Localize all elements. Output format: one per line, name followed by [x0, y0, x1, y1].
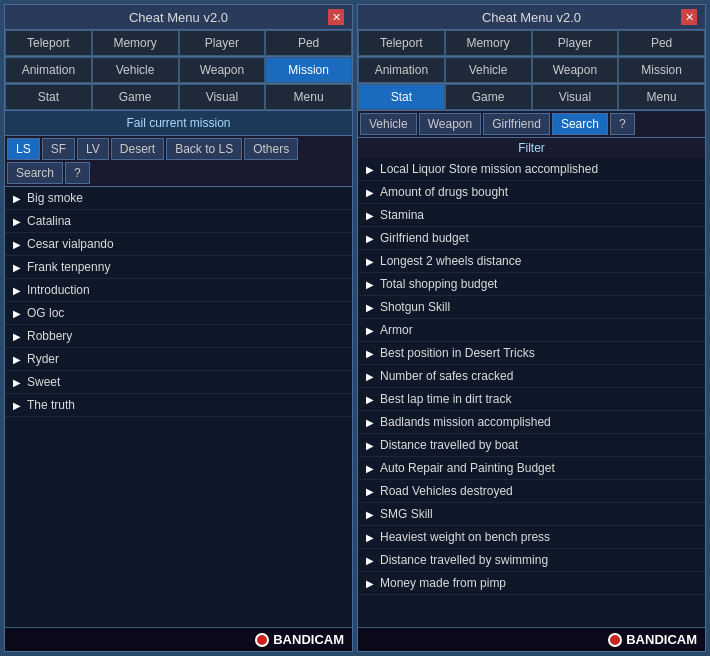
list-arrow-icon: ▶ [366, 394, 374, 405]
list-arrow-icon: ▶ [13, 377, 21, 388]
right-bandicam-label: BANDICAM [626, 632, 697, 647]
right-footer: BANDICAM [358, 627, 705, 651]
list-item[interactable]: ▶Big smoke [5, 187, 352, 210]
tab-back-to-ls[interactable]: Back to LS [166, 138, 242, 160]
list-arrow-icon: ▶ [366, 486, 374, 497]
list-item[interactable]: ▶Amount of drugs bought [358, 181, 705, 204]
list-arrow-icon: ▶ [366, 233, 374, 244]
nav-btn-game[interactable]: Game [92, 84, 179, 110]
tab-?[interactable]: ? [610, 113, 635, 135]
list-item[interactable]: ▶Distance travelled by boat [358, 434, 705, 457]
nav-btn-visual[interactable]: Visual [532, 84, 619, 110]
right-nav-bot: StatGameVisualMenu [358, 84, 705, 111]
list-item[interactable]: ▶Road Vehicles destroyed [358, 480, 705, 503]
right-bandicam: BANDICAM [608, 632, 697, 647]
left-panel: Cheat Menu v2.0 ✕ TeleportMemoryPlayerPe… [4, 4, 353, 652]
nav-btn-mission[interactable]: Mission [618, 57, 705, 83]
nav-btn-stat[interactable]: Stat [358, 84, 445, 110]
nav-btn-menu[interactable]: Menu [265, 84, 352, 110]
list-item[interactable]: ▶Armor [358, 319, 705, 342]
list-item[interactable]: ▶Introduction [5, 279, 352, 302]
list-item[interactable]: ▶Cesar vialpando [5, 233, 352, 256]
left-sub-bar: Fail current mission [5, 111, 352, 136]
list-arrow-icon: ▶ [366, 578, 374, 589]
right-tabs-row: VehicleWeaponGirlfriendSearch? [358, 111, 705, 138]
right-list[interactable]: ▶Local Liquor Store mission accomplished… [358, 158, 705, 627]
list-item[interactable]: ▶Catalina [5, 210, 352, 233]
tab-?[interactable]: ? [65, 162, 90, 184]
left-footer: BANDICAM [5, 627, 352, 651]
nav-btn-ped[interactable]: Ped [618, 30, 705, 56]
list-item[interactable]: ▶The truth [5, 394, 352, 417]
filter-label: Filter [358, 138, 705, 158]
left-bandicam: BANDICAM [255, 632, 344, 647]
tab-girlfriend[interactable]: Girlfriend [483, 113, 550, 135]
nav-btn-weapon[interactable]: Weapon [532, 57, 619, 83]
right-nav-mid: AnimationVehicleWeaponMission [358, 57, 705, 84]
nav-btn-vehicle[interactable]: Vehicle [445, 57, 532, 83]
nav-btn-teleport[interactable]: Teleport [358, 30, 445, 56]
nav-btn-memory[interactable]: Memory [445, 30, 532, 56]
right-close-button[interactable]: ✕ [681, 9, 697, 25]
list-item[interactable]: ▶SMG Skill [358, 503, 705, 526]
tab-weapon[interactable]: Weapon [419, 113, 481, 135]
tab-desert[interactable]: Desert [111, 138, 164, 160]
nav-btn-player[interactable]: Player [532, 30, 619, 56]
list-item[interactable]: ▶Heaviest weight on bench press [358, 526, 705, 549]
nav-btn-vehicle[interactable]: Vehicle [92, 57, 179, 83]
list-item[interactable]: ▶Distance travelled by swimming [358, 549, 705, 572]
tab-sf[interactable]: SF [42, 138, 75, 160]
list-item[interactable]: ▶Robbery [5, 325, 352, 348]
list-item[interactable]: ▶Ryder [5, 348, 352, 371]
bandicam-label: BANDICAM [273, 632, 344, 647]
list-item[interactable]: ▶Total shopping budget [358, 273, 705, 296]
list-arrow-icon: ▶ [13, 262, 21, 273]
list-item[interactable]: ▶Best position in Desert Tricks [358, 342, 705, 365]
list-arrow-icon: ▶ [366, 509, 374, 520]
list-arrow-icon: ▶ [13, 400, 21, 411]
tab-search[interactable]: Search [7, 162, 63, 184]
tab-vehicle[interactable]: Vehicle [360, 113, 417, 135]
right-nav-top: TeleportMemoryPlayerPed [358, 30, 705, 57]
list-item[interactable]: ▶Money made from pimp [358, 572, 705, 595]
left-list[interactable]: ▶Big smoke▶Catalina▶Cesar vialpando▶Fran… [5, 187, 352, 627]
list-item[interactable]: ▶Sweet [5, 371, 352, 394]
right-title: Cheat Menu v2.0 [382, 10, 681, 25]
tab-lv[interactable]: LV [77, 138, 109, 160]
list-arrow-icon: ▶ [366, 440, 374, 451]
nav-btn-ped[interactable]: Ped [265, 30, 352, 56]
nav-btn-mission[interactable]: Mission [265, 57, 352, 83]
nav-btn-visual[interactable]: Visual [179, 84, 266, 110]
nav-btn-weapon[interactable]: Weapon [179, 57, 266, 83]
nav-btn-teleport[interactable]: Teleport [5, 30, 92, 56]
list-item[interactable]: ▶Longest 2 wheels distance [358, 250, 705, 273]
nav-btn-memory[interactable]: Memory [92, 30, 179, 56]
left-close-button[interactable]: ✕ [328, 9, 344, 25]
list-item[interactable]: ▶Frank tenpenny [5, 256, 352, 279]
list-item[interactable]: ▶Shotgun Skill [358, 296, 705, 319]
list-item[interactable]: ▶OG loc [5, 302, 352, 325]
tab-others[interactable]: Others [244, 138, 298, 160]
nav-btn-menu[interactable]: Menu [618, 84, 705, 110]
list-item[interactable]: ▶Stamina [358, 204, 705, 227]
nav-btn-game[interactable]: Game [445, 84, 532, 110]
tab-search[interactable]: Search [552, 113, 608, 135]
list-arrow-icon: ▶ [366, 325, 374, 336]
list-arrow-icon: ▶ [13, 239, 21, 250]
list-arrow-icon: ▶ [366, 279, 374, 290]
right-bandicam-record-dot [608, 633, 622, 647]
nav-btn-animation[interactable]: Animation [5, 57, 92, 83]
list-arrow-icon: ▶ [366, 348, 374, 359]
list-item[interactable]: ▶Number of safes cracked [358, 365, 705, 388]
nav-btn-player[interactable]: Player [179, 30, 266, 56]
list-item[interactable]: ▶Local Liquor Store mission accomplished [358, 158, 705, 181]
tab-ls[interactable]: LS [7, 138, 40, 160]
list-arrow-icon: ▶ [13, 354, 21, 365]
list-item[interactable]: ▶Badlands mission accomplished [358, 411, 705, 434]
nav-btn-stat[interactable]: Stat [5, 84, 92, 110]
list-item[interactable]: ▶Girlfriend budget [358, 227, 705, 250]
list-arrow-icon: ▶ [366, 210, 374, 221]
list-item[interactable]: ▶Best lap time in dirt track [358, 388, 705, 411]
nav-btn-animation[interactable]: Animation [358, 57, 445, 83]
list-item[interactable]: ▶Auto Repair and Painting Budget [358, 457, 705, 480]
